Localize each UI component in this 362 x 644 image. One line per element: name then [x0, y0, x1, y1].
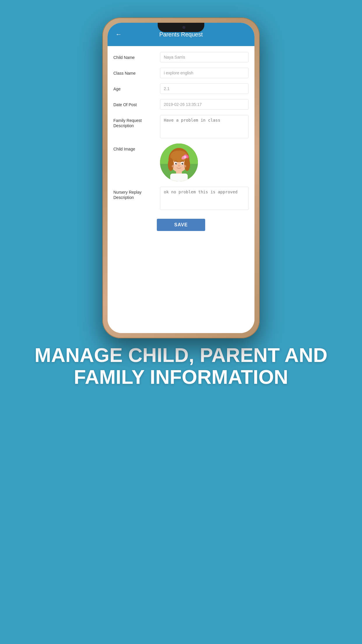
class-name-input[interactable]	[160, 68, 249, 78]
class-name-label: Class Name	[113, 68, 160, 76]
date-of-post-row: Date Of Post	[113, 99, 249, 110]
child-portrait-svg	[160, 144, 198, 181]
age-input[interactable]	[160, 83, 249, 94]
nursery-replay-textarea[interactable]	[160, 187, 249, 210]
child-image-row: Child Image	[113, 144, 249, 181]
child-image-label: Child Image	[113, 144, 160, 152]
svg-point-19	[172, 165, 176, 168]
svg-point-11	[184, 155, 187, 158]
date-of-post-label: Date Of Post	[113, 99, 160, 107]
family-request-row: Family Request Description	[113, 115, 249, 138]
svg-point-20	[182, 165, 186, 168]
svg-point-16	[176, 163, 177, 164]
bottom-headline: MANAGE CHILD, PARENT AND FAMILY INFORMAT…	[23, 344, 339, 388]
svg-point-18	[178, 165, 180, 166]
svg-point-17	[182, 163, 183, 164]
age-row: Age	[113, 83, 249, 94]
child-image-circle	[160, 144, 198, 181]
back-button[interactable]: ←	[113, 29, 124, 40]
child-name-row: Child Name	[113, 52, 249, 62]
back-icon: ←	[115, 31, 122, 38]
svg-point-8	[184, 158, 190, 171]
child-name-input[interactable]	[160, 52, 249, 62]
class-name-row: Class Name	[113, 68, 249, 78]
svg-point-14	[175, 163, 177, 164]
svg-point-7	[168, 158, 174, 171]
nursery-replay-label: Nursery Replay Description	[113, 187, 160, 200]
svg-rect-4	[170, 174, 188, 181]
family-request-label: Family Request Description	[113, 115, 160, 128]
phone-mockup: ← Parents Request Child Name Class Name	[102, 18, 260, 338]
notch-camera	[182, 26, 185, 29]
date-of-post-input[interactable]	[160, 99, 249, 110]
notch	[158, 23, 204, 32]
phone-shell: ← Parents Request Child Name Class Name	[102, 18, 260, 338]
age-label: Age	[113, 83, 160, 92]
screen-content: Child Name Class Name Age Date Of Post	[108, 46, 254, 333]
nursery-replay-row: Nursery Replay Description	[113, 187, 249, 210]
save-button[interactable]: save	[157, 219, 205, 231]
bottom-text-section: MANAGE CHILD, PARENT AND FAMILY INFORMAT…	[0, 344, 362, 388]
phone-screen: ← Parents Request Child Name Class Name	[108, 23, 254, 333]
svg-point-15	[182, 163, 183, 164]
family-request-textarea[interactable]	[160, 115, 249, 138]
child-name-label: Child Name	[113, 52, 160, 60]
child-image-container	[160, 144, 249, 181]
save-btn-container: save	[113, 219, 249, 231]
